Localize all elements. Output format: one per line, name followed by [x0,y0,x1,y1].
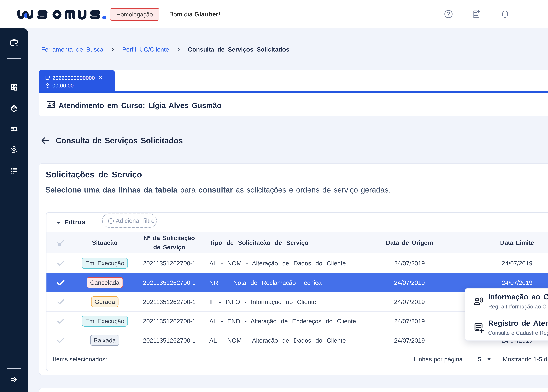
svg-text:1: 1 [59,243,60,246]
